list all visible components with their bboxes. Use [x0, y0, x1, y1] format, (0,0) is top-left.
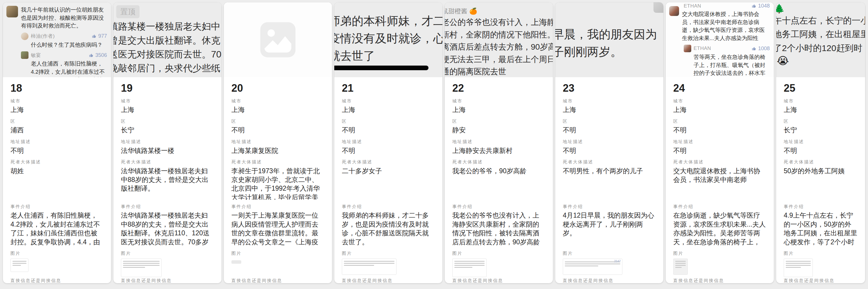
event-value: 在急诊病逝，缺少氧气等医疗资源，哀求医生求职未果...夫人亦感染为阳性。吴老师苦…: [673, 211, 766, 246]
event-value: 4.9上午十点左右，长宁的一小区内，50岁的外地务工阿姨，在出租屋里心梗发作，等…: [784, 211, 858, 246]
field-label-address: 地址描述: [452, 139, 545, 145]
missing-image-placeholder[interactable]: [224, 2, 332, 77]
field-label-district: 区: [342, 119, 435, 124]
field-label-image: 图片: [10, 251, 103, 256]
image-thumbnail[interactable]: [10, 258, 29, 272]
deceased-value: 胡姓: [10, 167, 103, 200]
comment-header-clipped: ETHAN 1048: [684, 3, 770, 9]
address-value: 不明: [673, 146, 766, 155]
screenshot-wechat-comments[interactable]: ETHAN 1048 交大电院退休教授，上海书协会员，书法家吴中南老师在急诊病逝…: [666, 2, 774, 77]
card-18[interactable]: 我几十年前就认识的一位胡姓朋友也是因为封控、核酸检测等原因没有得到及时救治而死亡…: [3, 2, 111, 283]
field-label-city: 城市: [452, 98, 545, 104]
event-value: 4月12日早晨，我的朋友因为心梗永远离开了，儿子刚刚两岁。: [563, 211, 656, 246]
comment-text: 交大电院退休教授，上海书协会员，书法家吴中南老师在急诊病逝，缺少氧气等医疗资源，…: [682, 10, 770, 42]
field-label-address: 地址描述: [342, 139, 435, 145]
card-23[interactable]: 早晨，我的朋友因为 子刚刚两岁。 23 城市 上海 区 不明 地址描述 不明 死…: [555, 2, 663, 283]
district-value: 不明: [231, 125, 324, 134]
like-count[interactable]: 1048: [752, 3, 770, 9]
comment-reply: ETHAN 1008 苦等两天，坐在急诊角落的椅子上，打吊瓶、吸氧气（被封控的子…: [684, 45, 770, 77]
screenshot-post[interactable]: 鼠甜橙酱 🍊 老公的爷爷也没有计入，上海静 新村，全家阴的情况下他阳性。 离酒店…: [445, 2, 553, 77]
pinned-badge: 置顶: [116, 5, 140, 18]
image-thumbnail[interactable]: [452, 258, 487, 277]
thumbs-up-icon: [752, 3, 757, 8]
district-value: 浦西: [10, 125, 103, 134]
post-text: 早晨，我的朋友因为 子刚刚两岁。: [555, 26, 663, 60]
deceased-value: 李昶生于1973年，曾就读于北京史家胡同小学、北京二中、北京四中，于1992年考…: [231, 167, 324, 200]
field-label-deceased: 死者大体描述: [452, 159, 545, 165]
deceased-value: 我老公的爷爷，90岁高龄: [452, 167, 545, 200]
image-thumbnail[interactable]: [784, 258, 813, 277]
card-22[interactable]: 鼠甜橙酱 🍊 老公的爷爷也没有计入，上海静 新村，全家阴的情况下他阳性。 离酒店…: [445, 2, 553, 283]
avatar: [6, 6, 18, 17]
comment-reply: 柿油(作者) 977 什么时候？生了其他疾病吗？: [21, 33, 107, 49]
like-count[interactable]: 1008: [752, 45, 770, 52]
field-label-image: 图片: [563, 251, 656, 256]
event-value: 老人住浦西，有陈旧性脑梗，4.2摔跤，女儿被封在浦东过不了江，妹妹们虽住浦西但也…: [10, 211, 103, 246]
event-value: 我师弟的本科师妹，才二十多岁，也是因为疫情没有及时就诊，心脏不舒服送医院隔天就去…: [342, 211, 435, 246]
orange-emoji: 🍊: [469, 7, 477, 15]
address-value: 上海静安去共康新村: [452, 146, 545, 155]
field-label-direct: 直接信息还是间接信息: [231, 278, 324, 283]
screenshot-post[interactable]: 早晨，我的朋友因为 子刚刚两岁。: [555, 2, 663, 77]
card-number: 21: [342, 82, 435, 94]
field-label-district: 区: [563, 119, 656, 124]
card-19[interactable]: 置顶 镇路某楼一楼独居老夫妇中 曾是交大出版社翻译。休克 送医无对接医院而去世。…: [113, 2, 221, 283]
field-label-deceased: 死者大体描述: [231, 159, 324, 165]
image-thumbnail[interactable]: [673, 258, 688, 275]
field-label-city: 城市: [673, 98, 766, 104]
field-label-deceased: 死者大体描述: [784, 159, 858, 165]
card-25[interactable]: 🌲 午十点左右，长宁的一小 地务工阿姨，在出租屋里 了2个小时的120赶到时 😭…: [776, 2, 865, 283]
reply-text: 苦等两天，坐在急诊角落的椅子上，打吊瓶、吸氧气（被封控的子女设法送去的，杯水车薪…: [693, 53, 770, 77]
city-value: 上海: [673, 105, 766, 114]
image-thumbnail[interactable]: [121, 258, 162, 277]
field-label-address: 地址描述: [121, 139, 214, 145]
district-value: 静安: [452, 125, 545, 134]
field-label-image: 图片: [121, 251, 214, 256]
thumbnail-like-count: 2147: [614, 260, 621, 263]
field-label-deceased: 死者大体描述: [563, 159, 656, 165]
card-21[interactable]: 师弟的本科师妹，才二 疫情没有及时就诊，心 就去世了 21 城市 上海 区 不明…: [334, 2, 442, 283]
field-label-deceased: 死者大体描述: [673, 159, 766, 165]
card-24[interactable]: ETHAN 1048 交大电院退休教授，上海书协会员，书法家吴中南老师在急诊病逝…: [666, 2, 774, 283]
field-label-direct: 直接信息还是间接信息: [10, 278, 103, 283]
address-value: 不明: [784, 146, 858, 155]
screenshot-pinned-post[interactable]: 置顶 镇路某楼一楼独居老夫妇中 曾是交大出版社翻译。休克 送医无对接医院而去世。…: [113, 2, 221, 77]
thumbs-up-icon: [92, 34, 97, 39]
address-value: 不明: [10, 146, 103, 155]
field-label-direct: 直接信息还是间接信息: [121, 278, 214, 283]
field-label-deceased: 死者大体描述: [10, 159, 103, 165]
image-thumbnail[interactable]: [231, 260, 241, 264]
image-thumbnail[interactable]: [342, 258, 397, 275]
city-value: 上海: [10, 105, 103, 114]
district-value: 长宁: [784, 125, 858, 134]
field-label-address: 地址描述: [231, 139, 324, 145]
field-label-city: 城市: [231, 98, 324, 104]
address-value: 法华镇路某楼一楼: [121, 146, 214, 155]
avatar: [653, 2, 663, 13]
like-count[interactable]: 977: [92, 33, 107, 39]
event-value: 一则关于上海某康复医院一位病人因疫情管理无人护理而去世的文章在微信群里流转。最早…: [231, 211, 324, 246]
field-label-district: 区: [784, 119, 858, 124]
tree-emoji: 🌲: [776, 3, 865, 14]
field-label-image: 图片: [231, 251, 324, 256]
screenshot-wechat-comments[interactable]: 我几十年前就认识的一位胡姓朋友也是因为封控、核酸检测等原因没有得到及时救治而死亡…: [3, 2, 111, 77]
deceased-value: 50岁的外地务工阿姨: [784, 167, 858, 200]
deceased-value: 不明男性，有个两岁的儿子: [563, 167, 656, 200]
field-label-direct: 直接信息还是间接信息: [452, 278, 545, 283]
card-20[interactable]: 20 城市 上海 区 不明 地址描述 上海某康复医院 死者大体描述 李昶生于19…: [224, 2, 332, 283]
city-value: 上海: [452, 105, 545, 114]
field-label-district: 区: [452, 119, 545, 124]
image-thumbnail[interactable]: 2147: [563, 258, 622, 275]
field-label-image: 图片: [342, 251, 435, 256]
like-count[interactable]: 3506: [89, 52, 107, 58]
district-value: 长宁: [121, 125, 214, 134]
card-number: 22: [452, 82, 545, 94]
field-label-event: 事件介绍: [673, 204, 766, 210]
screenshot-post[interactable]: 师弟的本科师妹，才二 疫情没有及时就诊，心 就去世了: [334, 2, 442, 77]
deceased-value: 交大电院退休教授，上海书协会员，书法家吴中南老师: [673, 167, 766, 200]
screenshot-post[interactable]: 🌲 午十点左右，长宁的一小 地务工阿姨，在出租屋里 了2个小时的120赶到时 😭: [776, 2, 865, 77]
card-number: 25: [784, 82, 858, 94]
field-label-city: 城市: [784, 98, 858, 104]
field-label-direct: 直接信息还是间接信息: [342, 278, 435, 283]
post-text: 师弟的本科师妹，才二 疫情没有及时就诊，心 就去世了: [334, 12, 442, 64]
